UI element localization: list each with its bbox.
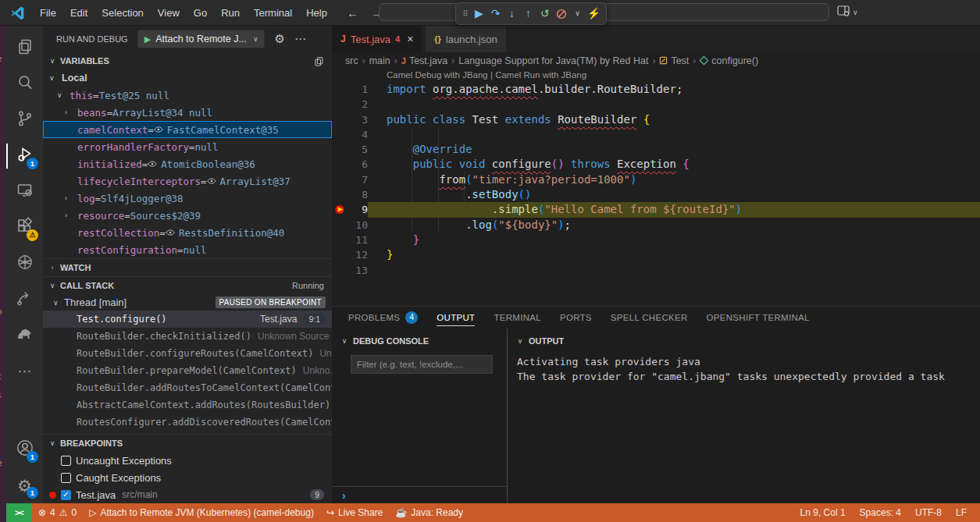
sidebar-item-source-control[interactable] bbox=[6, 102, 43, 138]
step-out-button[interactable]: ↑ bbox=[520, 4, 536, 23]
breakpoint-row[interactable]: Caught Exceptions bbox=[43, 469, 332, 486]
lazy-eval-eye-icon[interactable] bbox=[148, 159, 157, 169]
encoding-status[interactable]: UTF-8 bbox=[908, 507, 949, 518]
variable-row[interactable]: ›resource = Sources$2@39 bbox=[43, 207, 332, 224]
variable-row[interactable]: ›log = Slf4jLogger@38 bbox=[43, 190, 332, 207]
menu-run[interactable]: Run bbox=[214, 0, 247, 26]
eol-status[interactable]: LF bbox=[949, 507, 974, 518]
line-number[interactable]: 12 bbox=[332, 247, 368, 262]
layout-button[interactable]: ∨ bbox=[837, 5, 858, 20]
code-line[interactable]: 11 } bbox=[332, 233, 980, 247]
code-line[interactable]: 8 .setBody() bbox=[332, 187, 980, 202]
panel-tab-output[interactable]: OUTPUT bbox=[437, 310, 475, 326]
line-number[interactable]: 2 bbox=[332, 97, 368, 112]
problems-status[interactable]: ⊗ 4 ⚠ 0 bbox=[32, 503, 83, 522]
code-line[interactable]: 12} bbox=[332, 247, 980, 262]
disconnect-button[interactable] bbox=[553, 4, 569, 23]
restart-button[interactable]: ↺ bbox=[536, 4, 553, 23]
close-icon[interactable]: × bbox=[407, 33, 413, 45]
code-line[interactable]: 10 .log("${body}"); bbox=[332, 218, 980, 233]
menu-view[interactable]: View bbox=[151, 0, 187, 26]
breadcrumb-item[interactable]: JTest.java bbox=[401, 55, 447, 66]
sidebar-item-explorer[interactable] bbox=[6, 30, 43, 66]
tab-test-java[interactable]: J Test.java 4 × bbox=[332, 26, 422, 52]
chevron-icon[interactable]: ∨ bbox=[57, 91, 69, 99]
stack-frame[interactable]: RoutesConfigurer.addDiscoveredRoutes(Cam… bbox=[43, 414, 332, 431]
menu-selection[interactable]: Selection bbox=[94, 0, 150, 26]
menu-terminal[interactable]: Terminal bbox=[247, 0, 299, 26]
sidebar-item-more[interactable]: ⋯ bbox=[6, 353, 43, 389]
stack-frame[interactable]: RouteBuilder.prepareModel(CamelContext)U… bbox=[43, 362, 332, 379]
code-line[interactable]: 13 bbox=[332, 263, 980, 278]
variable-row[interactable]: ∨this = Test@25 null bbox=[43, 87, 332, 104]
chevron-icon[interactable]: › bbox=[65, 108, 77, 116]
variable-row[interactable]: ›beans = ArrayList@34 null bbox=[43, 104, 332, 121]
sidebar-item-kubernetes[interactable] bbox=[6, 246, 43, 282]
panel-tab-openshift-terminal[interactable]: OPENSHIFT TERMINAL bbox=[707, 310, 810, 325]
sidebar-item-openshift[interactable] bbox=[6, 282, 43, 318]
code-line[interactable]: 2 bbox=[332, 97, 980, 112]
breakpoints-section-header[interactable]: ∨ BREAKPOINTS bbox=[43, 434, 332, 452]
cursor-position[interactable]: Ln 9, Col 1 bbox=[793, 507, 853, 518]
accounts-button[interactable]: 1 bbox=[6, 431, 43, 467]
variable-row[interactable]: errorHandlerFactory = null bbox=[43, 138, 332, 155]
breakpoint-row[interactable]: ✓Test.javasrc/main9 bbox=[43, 486, 332, 503]
debug-console-input[interactable]: › bbox=[332, 486, 507, 503]
chevron-icon[interactable]: › bbox=[65, 211, 77, 219]
variable-row[interactable]: restConfiguration = null bbox=[43, 241, 332, 258]
line-number[interactable]: 6 bbox=[332, 157, 368, 172]
menu-edit[interactable]: Edit bbox=[63, 0, 94, 26]
debug-console-header[interactable]: ∨ DEBUG CONSOLE bbox=[332, 328, 507, 349]
panel-tab-problems[interactable]: PROBLEMS4 bbox=[348, 308, 418, 327]
breadcrumb-item[interactable]: src bbox=[345, 55, 358, 66]
sidebar-item-remote-explorer[interactable] bbox=[6, 174, 43, 210]
line-number[interactable]: 13 bbox=[332, 263, 368, 278]
code-line[interactable]: 4 bbox=[332, 127, 980, 142]
line-number[interactable]: 4 bbox=[332, 127, 368, 142]
line-number[interactable]: 3 bbox=[332, 112, 368, 127]
breadcrumb-item[interactable]: configure() bbox=[700, 55, 758, 66]
variable-row[interactable]: restCollection = RestsDefinition@40 bbox=[43, 224, 332, 241]
launch-config-dropdown[interactable]: ▶ Attach to Remote J... ∨ bbox=[137, 30, 265, 48]
panel-tab-spell-checker[interactable]: SPELL CHECKER bbox=[611, 310, 688, 325]
java-status[interactable]: ☕ Java: Ready bbox=[389, 503, 469, 522]
line-number[interactable]: 5 bbox=[332, 142, 368, 157]
variable-row[interactable]: ∨Local bbox=[43, 69, 332, 87]
variables-section-header[interactable]: ∨ VARIABLES bbox=[43, 52, 332, 69]
code-line[interactable]: 3public class Test extends RouteBuilder … bbox=[332, 112, 980, 127]
menu-file[interactable]: File bbox=[33, 0, 63, 26]
debug-console-filter-input[interactable] bbox=[351, 355, 493, 374]
menu-go[interactable]: Go bbox=[187, 0, 214, 26]
breakpoint-row[interactable]: Uncaught Exceptions bbox=[43, 452, 332, 469]
panel-tab-ports[interactable]: PORTS bbox=[560, 310, 592, 325]
breadcrumb-item[interactable]: main bbox=[369, 55, 390, 66]
chevron-icon[interactable]: › bbox=[65, 194, 77, 202]
call-stack-section-header[interactable]: ∨ CALL STACK Running bbox=[43, 276, 332, 294]
debug-settings-gear-icon[interactable]: ⚙ bbox=[274, 32, 284, 46]
breadcrumb-item[interactable]: Test bbox=[659, 55, 689, 66]
sidebar-item-extensions[interactable]: ⚠ bbox=[6, 210, 43, 246]
hot-code-replace-button[interactable]: ⚡ bbox=[586, 4, 602, 23]
sidebar-item-run-and-debug[interactable]: 1 bbox=[6, 138, 43, 174]
stack-frame[interactable]: Test.configure()Test.java9:1 bbox=[43, 311, 332, 328]
watch-section-header[interactable]: › WATCH bbox=[43, 258, 332, 276]
toolbar-dropdown[interactable]: ∨ bbox=[569, 4, 586, 23]
stack-frame[interactable]: RouteBuilder.configureRoutes(CamelContex… bbox=[43, 345, 332, 362]
step-into-button[interactable]: ↓ bbox=[504, 4, 520, 23]
lazy-eval-eye-icon[interactable] bbox=[207, 176, 216, 186]
variable-row[interactable]: lifecycleInterceptors = ArrayList@37 bbox=[43, 172, 332, 190]
output-header[interactable]: ∨ OUTPUT bbox=[508, 328, 980, 349]
breakpoint-checkbox[interactable] bbox=[61, 473, 71, 483]
breakpoint-checkbox[interactable]: ✓ bbox=[61, 490, 71, 500]
view-as-icon[interactable] bbox=[314, 56, 324, 66]
stack-frame[interactable]: AbstractCamelContext.addRoutes(RoutesBui… bbox=[43, 396, 332, 414]
code-line[interactable]: 7 from("timer:java?period=1000") bbox=[332, 172, 980, 187]
panel-tab-terminal[interactable]: TERMINAL bbox=[494, 310, 541, 325]
sidebar-item-search[interactable] bbox=[6, 66, 43, 102]
sidebar-item-camel[interactable] bbox=[6, 318, 43, 353]
code-editor[interactable]: Camel Debug with JBang | Camel Run with … bbox=[332, 69, 980, 306]
variable-row[interactable]: camelContext = FastCamelContext@35 bbox=[43, 121, 332, 138]
lazy-eval-eye-icon[interactable] bbox=[166, 228, 175, 237]
line-number[interactable]: 10 bbox=[332, 218, 368, 233]
breadcrumb-item[interactable]: Language Support for Java(TM) by Red Hat bbox=[458, 55, 648, 66]
